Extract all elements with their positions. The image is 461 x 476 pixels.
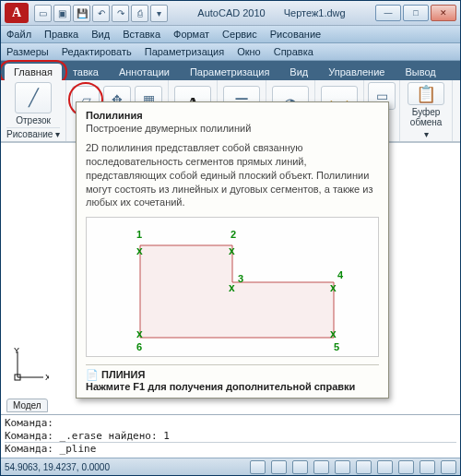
qat-new-icon[interactable]: ▭ xyxy=(34,5,52,22)
status-toggle-10[interactable] xyxy=(441,460,456,474)
app-menu-button[interactable] xyxy=(5,3,29,23)
status-toggle-2[interactable] xyxy=(271,460,287,474)
cmd-history-2: Команда: _.erase найдено: 1 xyxy=(5,430,456,443)
command-line[interactable]: Команда: Команда: _.erase найдено: 1 Ком… xyxy=(1,414,460,458)
status-toggle-9[interactable] xyxy=(420,460,435,474)
menu-modify[interactable]: Редактировать xyxy=(62,45,132,58)
draw-panel-title[interactable]: Рисование ▾ xyxy=(6,127,60,139)
qat-redo-icon[interactable]: ↷ xyxy=(112,5,129,22)
line-tool-icon[interactable]: ╱ xyxy=(15,82,52,113)
qat-undo-icon[interactable]: ↶ xyxy=(92,5,110,22)
cmd-current: Команда: _pline xyxy=(5,442,456,456)
svg-text:x: x xyxy=(229,281,235,294)
doc-title: Чертеж1.dwg xyxy=(284,7,346,18)
menu-file[interactable]: Файл xyxy=(6,28,31,41)
tooltip-help: Нажмите F1 для получения дополнительной … xyxy=(86,381,355,392)
svg-text:6: 6 xyxy=(136,341,142,352)
app-title: AutoCAD 2010 xyxy=(197,7,265,18)
tab-manage[interactable]: Управление xyxy=(319,64,394,80)
svg-text:x: x xyxy=(136,244,143,257)
tooltip-cmd-icon: 📄 xyxy=(86,369,101,380)
svg-text:x: x xyxy=(229,244,235,257)
menu-bar-row1: Файл Правка Вид Вставка Формат Сервис Ри… xyxy=(1,26,460,43)
model-tab[interactable]: Модел xyxy=(6,399,48,412)
menu-help[interactable]: Справка xyxy=(274,45,313,58)
menu-insert[interactable]: Вставка xyxy=(123,28,160,41)
tooltip-illustration: 1x 2x 3x 4x 5x 6x xyxy=(86,217,379,357)
tooltip-polyline: Полилиния Построение двумерных полилиний… xyxy=(76,101,389,399)
cmd-history-1: Команда: xyxy=(5,417,456,430)
menu-window[interactable]: Окно xyxy=(237,45,261,58)
menu-format[interactable]: Формат xyxy=(173,28,209,41)
line-tool-label: Отрезок xyxy=(16,115,51,125)
status-toggle-4[interactable] xyxy=(313,460,329,474)
menu-draw[interactable]: Рисование xyxy=(270,28,321,41)
menu-parametric[interactable]: Параметризация xyxy=(145,45,224,58)
svg-text:Y: Y xyxy=(14,346,19,355)
qat-open-icon[interactable]: ▣ xyxy=(53,5,71,22)
status-toggle-5[interactable] xyxy=(335,460,350,474)
status-toggle-3[interactable] xyxy=(292,460,308,474)
tab-view[interactable]: Вид xyxy=(280,64,317,80)
close-button[interactable]: ✕ xyxy=(431,5,456,21)
menu-edit[interactable]: Правка xyxy=(44,28,78,41)
svg-text:X: X xyxy=(45,373,49,382)
svg-text:x: x xyxy=(330,281,337,294)
ribbon-tabs: Главная тавка Аннотации Параметризация В… xyxy=(1,61,460,80)
qat-dropdown-icon[interactable]: ▾ xyxy=(150,5,168,22)
status-coords[interactable]: 54.9063, 19.4237, 0.0000 xyxy=(5,462,110,472)
tooltip-subtitle: Построение двумерных полилиний xyxy=(86,123,379,134)
clipboard-label: Буфер обмена xyxy=(406,107,446,127)
status-toggle-7[interactable] xyxy=(377,460,393,474)
clipboard-icon[interactable]: 📋 xyxy=(408,82,444,105)
tooltip-body: 2D полилиния представляет собой связанну… xyxy=(86,141,379,209)
tab-parametric[interactable]: Параметризация xyxy=(181,64,278,80)
tooltip-command: ПЛИНИЯ xyxy=(101,369,145,380)
tab-insert[interactable]: тавка xyxy=(64,64,108,80)
menu-service[interactable]: Сервис xyxy=(222,28,257,41)
menu-view[interactable]: Вид xyxy=(91,28,110,41)
svg-text:x: x xyxy=(330,327,337,340)
svg-text:x: x xyxy=(136,327,143,340)
tooltip-title: Полилиния xyxy=(86,110,379,121)
svg-text:4: 4 xyxy=(337,269,344,280)
svg-text:5: 5 xyxy=(334,341,339,352)
menu-dimensions[interactable]: Размеры xyxy=(6,45,49,58)
quick-access-toolbar: ▭ ▣ 💾 ↶ ↷ ⎙ ▾ xyxy=(34,5,168,22)
status-toggle-8[interactable] xyxy=(398,460,414,474)
maximize-button[interactable]: □ xyxy=(403,5,429,21)
svg-text:1: 1 xyxy=(136,229,142,240)
tab-home[interactable]: Главная xyxy=(5,64,62,80)
menu-bar-row2: Размеры Редактировать Параметризация Окн… xyxy=(1,43,460,61)
tab-annotate[interactable]: Аннотации xyxy=(110,64,179,80)
svg-text:2: 2 xyxy=(230,229,236,240)
clipboard-dropdown[interactable]: ▾ xyxy=(424,129,429,139)
status-toggle-1[interactable] xyxy=(250,460,266,474)
qat-save-icon[interactable]: 💾 xyxy=(73,5,90,22)
tab-output[interactable]: Вывод xyxy=(396,64,444,80)
status-bar: 54.9063, 19.4237, 0.0000 xyxy=(1,458,460,475)
ucs-icon: Y X xyxy=(10,346,49,387)
qat-print-icon[interactable]: ⎙ xyxy=(131,5,148,22)
svg-text:3: 3 xyxy=(238,273,243,284)
minimize-button[interactable]: — xyxy=(375,5,401,21)
status-toggle-6[interactable] xyxy=(356,460,372,474)
